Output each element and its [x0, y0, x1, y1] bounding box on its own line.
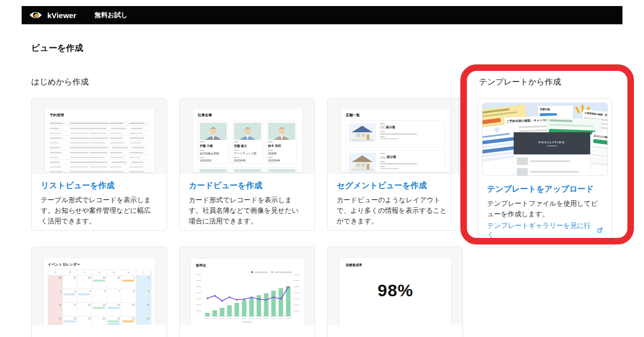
mock-member-card: 伊藤 大輔経営戦略企画部1010201 [198, 121, 229, 164]
mock-calendar: 日月火水木金土262728293012345678910111213141516… [48, 270, 151, 325]
mock-table-row [50, 131, 149, 136]
page-title: ビューを作成 [31, 42, 83, 54]
mock-member-avatar [200, 123, 227, 140]
nav-item-free-trial[interactable]: 無料お試し [95, 11, 128, 20]
template-card-description: テンプレートファイルを使用してビューを作成します。 [487, 199, 603, 220]
template-thumbnail: 営業日報 お客様情報の確認・変更 ご予約内容の確認・キャンセル [482, 103, 608, 176]
top-navigation-bar: kViewer 無料お試し [22, 6, 622, 24]
mock-table-row [50, 160, 149, 165]
mock-bar-line-chart [196, 268, 299, 324]
mock-kpi-value: 98% [346, 281, 445, 300]
card-create-card-view[interactable]: 社員名簿 伊藤 大輔経営戦略企画部1010201 佐藤 健太マーケティング部20… [179, 98, 315, 231]
mock-member-grid-partial [198, 167, 297, 172]
card-create-list-view[interactable]: 予約管理 リストビューを作成 テーブル形式でレコードを表示します。お知らせや案件… [31, 98, 167, 231]
list-view-card-description: テーブル形式でレコードを表示します。お知らせや案件管理などに幅広く活用できます。 [41, 195, 157, 227]
page: kViewer 無料お試し ビューを作成 はじめから作成 テンプレートから作成 … [0, 0, 644, 337]
mock-member-avatar [268, 123, 295, 140]
card-calendar-view[interactable]: イベントカレンダー 日月火水木金土26272829301234567891011… [31, 246, 167, 337]
segment-view-card-title[interactable]: セグメントビューを作成 [337, 181, 453, 191]
mock-stores-title: 店舗一覧 [346, 113, 445, 118]
mock-table-row [50, 170, 149, 172]
section-label-from-template: テンプレートから作成 [479, 77, 561, 88]
card-create-segment-view[interactable]: 店舗一覧 〇〇展示場 △△△展示場 〇〇展示場 [327, 98, 463, 231]
calendar-thumbnail: イベントカレンダー 日月火水木金土26272829301234567891011… [32, 247, 167, 325]
mock-kpi-title: 目標達成率 [346, 263, 445, 268]
list-view-thumbnail: 予約管理 [32, 99, 167, 174]
mock-calendar-week: 10111213141516 [48, 303, 151, 316]
template-card-title[interactable]: テンプレートをアップロード [487, 184, 603, 195]
mock-table [50, 121, 149, 172]
chart-thumbnail: 前年比 [180, 247, 314, 325]
cards-row-2: イベントカレンダー 日月火水木金土26272829301234567891011… [31, 246, 463, 337]
mock-roster-title: 社員名簿 [198, 113, 297, 118]
card-view-thumbnail: 社員名簿 伊藤 大輔経営戦略企画部1010201 佐藤 健太マーケティング部20… [180, 99, 314, 174]
mock-table-row [50, 145, 149, 150]
mock-table-row [50, 141, 149, 146]
list-view-card-title[interactable]: リストビューを作成 [41, 181, 157, 191]
section-label-from-scratch: はじめから作成 [31, 77, 89, 88]
cards-row-1: 予約管理 リストビューを作成 テーブル形式でレコードを表示します。お知らせや案件… [31, 98, 463, 231]
brand-logo-text[interactable]: kViewer [47, 11, 76, 20]
mock-table-row [50, 165, 149, 170]
card-upload-template[interactable]: 営業日報 お客様情報の確認・変更 ご予約内容の確認・キャンセル [477, 98, 612, 248]
card-chart-view[interactable]: 前年比 [179, 246, 315, 337]
mock-calendar-week: 262728293012 [48, 276, 151, 289]
collage-facilities-card: FACILITIES [514, 132, 590, 176]
card-view-card-description: カード形式でレコードを表示します。社員名簿などで画像を見せたい場合に活用できます… [189, 195, 305, 227]
template-gallery-link-label[interactable]: テンプレートギャラリーを見に行く [487, 221, 595, 239]
mock-table-row [50, 155, 149, 160]
mock-table-row [50, 136, 149, 141]
mock-member-card: 鈴木 美咲開発部2023046 [266, 121, 297, 164]
mock-member-avatar [234, 123, 261, 140]
mock-table-row [50, 121, 149, 126]
external-link-icon [597, 227, 603, 233]
segment-view-card-description: カードビューのようなレイアウトで、より多くの情報を表示することができます。 [337, 195, 453, 227]
card-kpi-view[interactable]: 目標達成率 98% [327, 246, 463, 337]
segment-view-thumbnail: 店舗一覧 〇〇展示場 △△△展示場 〇〇展示場 [328, 99, 462, 174]
kpi-thumbnail: 目標達成率 98% [328, 247, 462, 325]
mock-store-row: △△△展示場 [346, 150, 445, 172]
mock-chart-title: 前年比 [196, 263, 299, 268]
mock-calendar-week: 3456789 [48, 289, 151, 303]
card-view-card-title[interactable]: カードビューを作成 [189, 181, 305, 191]
template-gallery-link[interactable]: テンプレートギャラリーを見に行く [487, 221, 603, 239]
mock-member-grid: 伊藤 大輔経営戦略企画部1010201 佐藤 健太マーケティング部2023045… [198, 121, 297, 164]
mock-table-row [50, 126, 149, 131]
mock-store-list: 〇〇展示場 △△△展示場 〇〇展示場 [346, 120, 445, 172]
mock-calendar-week: 17181920212223 [48, 316, 151, 325]
mock-calendar-title: イベントカレンダー [48, 262, 151, 267]
mock-member-card: 佐藤 健太マーケティング部2023045 [232, 121, 263, 164]
kviewer-eye-icon [29, 11, 42, 20]
mock-table-title: 予約管理 [50, 113, 149, 118]
mock-table-row [50, 150, 149, 155]
mock-store-row: 〇〇展示場 [346, 120, 445, 147]
